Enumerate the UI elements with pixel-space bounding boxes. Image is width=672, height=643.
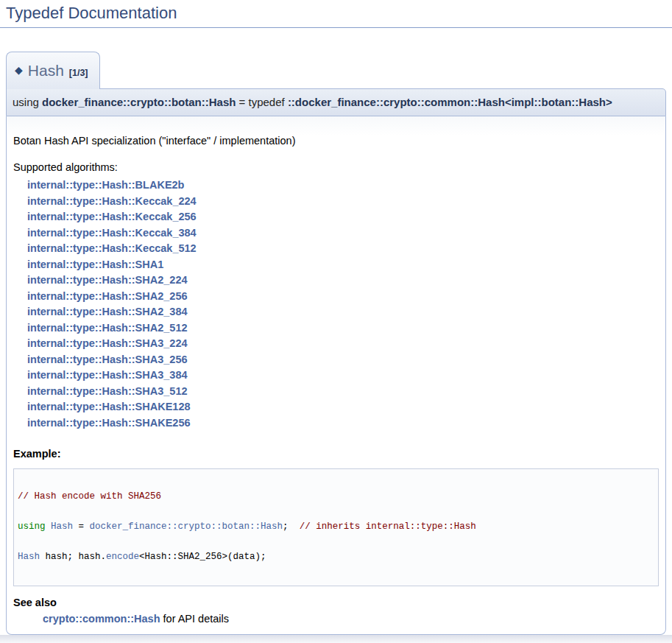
example-label: Example: — [13, 447, 659, 461]
page-title: Typedef Documentation — [0, 4, 672, 28]
algorithm-link[interactable]: internal::type::Hash::SHA2_256 — [27, 289, 659, 305]
code-link[interactable]: Hash — [51, 521, 73, 532]
footer-divider — [0, 635, 672, 643]
code-line: using Hash = docker_finance::crypto::bot… — [18, 522, 654, 533]
member-item: using docker_finance::crypto::botan::Has… — [6, 88, 666, 635]
algorithm-link[interactable]: internal::type::Hash::Keccak_384 — [27, 225, 659, 242]
declaration-name: docker_finance::crypto::botan::Hash — [42, 96, 236, 108]
declaration-keyword: using — [13, 96, 42, 108]
algorithm-list: internal::type::Hash::BLAKE2binternal::t… — [27, 178, 659, 431]
algorithm-link[interactable]: internal::type::Hash::SHA3_384 — [27, 368, 659, 384]
member-declaration: using docker_finance::crypto::botan::Has… — [6, 88, 666, 116]
brief-description: Botan Hash API specialization ("interfac… — [13, 134, 659, 148]
algorithm-link[interactable]: internal::type::Hash::Keccak_512 — [27, 241, 659, 257]
algorithm-link[interactable]: internal::type::Hash::SHA3_512 — [27, 384, 659, 400]
code-text: ; — [283, 521, 300, 532]
see-also-section: See also crypto::common::Hash for API de… — [13, 596, 659, 626]
code-link[interactable]: docker_finance::crypto::botan::Hash — [90, 521, 283, 532]
code-line: // Hash encode with SHA256 — [18, 492, 654, 502]
algorithm-link[interactable]: internal::type::Hash::SHAKE256 — [27, 415, 659, 432]
see-also-content: crypto::common::Hash for API details — [43, 612, 659, 626]
algorithm-link[interactable]: internal::type::Hash::BLAKE2b — [27, 178, 659, 194]
declaration-equals-typedef: = typedef — [236, 96, 287, 108]
code-line: Hash hash; hash.encode<Hash::SHA2_256>(d… — [18, 552, 654, 563]
code-text: <Hash::SHA2_256>(data); — [139, 552, 266, 562]
algorithm-link[interactable]: internal::type::Hash::SHA2_512 — [27, 320, 659, 337]
code-text: hash; hash. — [40, 552, 106, 562]
member-documentation: Botan Hash API specialization ("interfac… — [6, 116, 666, 635]
code-comment: // inherits internal::type::Hash — [300, 521, 476, 532]
code-link[interactable]: encode — [106, 552, 139, 562]
see-also-label: See also — [13, 596, 659, 610]
algorithm-link[interactable]: internal::type::Hash::Keccak_256 — [27, 209, 659, 225]
code-fragment: // Hash encode with SHA256 using Hash = … — [13, 468, 659, 586]
code-text: = — [73, 521, 90, 532]
algorithm-link[interactable]: internal::type::Hash::SHA2_224 — [27, 273, 659, 289]
algorithm-link[interactable]: internal::type::Hash::SHA3_224 — [27, 336, 659, 352]
algorithm-link[interactable]: internal::type::Hash::Keccak_224 — [27, 194, 659, 210]
see-also-text: for API details — [160, 613, 230, 625]
member-overload-badge: [1/3] — [69, 68, 88, 78]
code-keyword: using — [18, 521, 46, 532]
member-tab-name: Hash — [28, 62, 64, 79]
code-link[interactable]: Hash — [18, 552, 40, 562]
permalink-diamond-icon[interactable]: ◆ — [15, 64, 23, 76]
member-tab: ◆Hash[1/3] — [6, 52, 100, 89]
declaration-target-type: ::docker_finance::crypto::common::Hash<i… — [288, 96, 612, 108]
algorithm-link[interactable]: internal::type::Hash::SHAKE128 — [27, 399, 659, 415]
algorithm-link[interactable]: internal::type::Hash::SHA1 — [27, 257, 659, 273]
code-text — [46, 521, 52, 532]
algorithm-link[interactable]: internal::type::Hash::SHA2_384 — [27, 304, 659, 320]
supported-algorithms-label: Supported algorithms: — [13, 161, 659, 175]
see-also-link[interactable]: crypto::common::Hash — [43, 613, 160, 625]
algorithm-link[interactable]: internal::type::Hash::SHA3_256 — [27, 352, 659, 368]
code-comment: // Hash encode with SHA256 — [18, 491, 161, 502]
